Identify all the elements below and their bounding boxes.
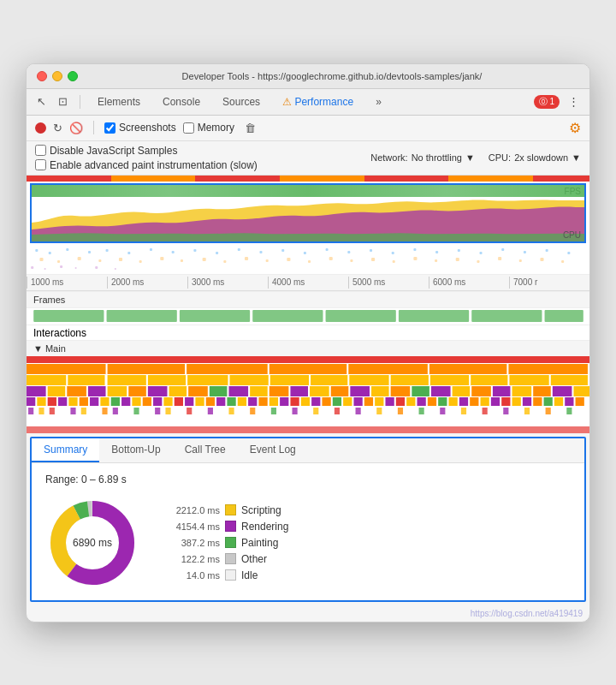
svg-rect-160 bbox=[491, 397, 500, 406]
screenshots-checkbox[interactable] bbox=[104, 122, 116, 134]
svg-rect-44 bbox=[413, 257, 417, 260]
network-dropdown-icon[interactable]: ▼ bbox=[465, 152, 475, 163]
svg-rect-25 bbox=[567, 252, 570, 254]
memory-checkbox-label[interactable]: Memory bbox=[183, 122, 234, 134]
svg-rect-21 bbox=[479, 252, 482, 254]
svg-rect-162 bbox=[512, 397, 521, 406]
svg-rect-94 bbox=[148, 386, 168, 396]
svg-rect-191 bbox=[440, 408, 445, 414]
maximize-button[interactable] bbox=[68, 71, 78, 81]
clear-icon[interactable]: 🚫 bbox=[69, 122, 83, 134]
bottom-panel: Summary Bottom-Up Call Tree Event Log Ra… bbox=[30, 437, 586, 602]
svg-rect-61 bbox=[252, 310, 323, 322]
tab-more[interactable]: » bbox=[367, 92, 390, 111]
screenshots-checkbox-label[interactable]: Screenshots bbox=[104, 122, 176, 134]
frames-label: Frames bbox=[27, 291, 589, 308]
legend: 2212.0 ms Scripting 4154.4 ms Rendering … bbox=[160, 504, 288, 581]
svg-rect-142 bbox=[301, 397, 310, 406]
legend-painting: 387.2 ms Painting bbox=[160, 537, 288, 549]
svg-rect-77 bbox=[148, 375, 186, 385]
settings-gear-icon[interactable]: ⚙ bbox=[569, 120, 581, 136]
tab-sources[interactable]: Sources bbox=[214, 92, 269, 111]
close-button[interactable] bbox=[37, 71, 47, 81]
traffic-lights bbox=[37, 71, 78, 81]
svg-rect-73 bbox=[508, 364, 588, 374]
svg-rect-26 bbox=[39, 258, 43, 261]
flamechart-svg bbox=[27, 356, 589, 433]
more-menu-icon[interactable]: ⋮ bbox=[565, 93, 583, 110]
svg-rect-91 bbox=[88, 386, 106, 396]
svg-rect-116 bbox=[27, 397, 35, 406]
svg-rect-60 bbox=[180, 310, 250, 322]
svg-rect-169 bbox=[28, 408, 33, 414]
title-bar: Developer Tools - https://googlechrome.g… bbox=[27, 64, 589, 89]
range-text: Range: 0 – 6.89 s bbox=[45, 474, 571, 485]
enable-paint-label[interactable]: Enable advanced paint instrumentation (s… bbox=[35, 159, 258, 171]
cursor-icon[interactable]: ↖ bbox=[33, 93, 50, 110]
svg-rect-144 bbox=[322, 397, 330, 406]
svg-rect-193 bbox=[483, 408, 488, 414]
cpu-dropdown-icon[interactable]: ▼ bbox=[572, 152, 581, 163]
network-select[interactable]: Network: No throttling ▼ bbox=[370, 152, 475, 163]
refresh-icon[interactable]: ↻ bbox=[53, 122, 62, 134]
svg-rect-62 bbox=[326, 310, 396, 322]
svg-rect-16 bbox=[370, 249, 372, 252]
svg-rect-19 bbox=[435, 251, 438, 253]
cpu-select[interactable]: CPU: 2x slowdown ▼ bbox=[489, 152, 581, 163]
interactions-label: Interactions bbox=[33, 327, 86, 339]
tab-performance[interactable]: ⚠ Performance bbox=[274, 92, 362, 111]
tab-event-log[interactable]: Event Log bbox=[238, 438, 308, 462]
svg-rect-95 bbox=[169, 386, 187, 396]
svg-rect-99 bbox=[250, 386, 268, 396]
screenshots-svg bbox=[27, 245, 589, 275]
svg-rect-45 bbox=[435, 259, 437, 262]
record-button[interactable] bbox=[35, 122, 46, 134]
svg-rect-98 bbox=[228, 386, 248, 396]
cpu-label-bottom: CPU bbox=[563, 230, 581, 240]
rendering-value: 4154.4 ms bbox=[160, 521, 220, 532]
svg-rect-100 bbox=[270, 386, 289, 396]
svg-rect-106 bbox=[391, 386, 411, 396]
svg-rect-90 bbox=[67, 386, 86, 396]
svg-rect-59 bbox=[107, 310, 177, 322]
svg-rect-195 bbox=[524, 408, 530, 414]
svg-rect-138 bbox=[258, 397, 267, 406]
options-right: Network: No throttling ▼ CPU: 2x slowdow… bbox=[370, 152, 581, 163]
trash-icon[interactable]: 🗑 bbox=[241, 120, 259, 136]
tab-summary[interactable]: Summary bbox=[32, 438, 99, 462]
svg-rect-69 bbox=[187, 364, 268, 374]
svg-rect-49 bbox=[519, 259, 522, 262]
network-label: Network: bbox=[370, 152, 407, 163]
svg-rect-39 bbox=[308, 260, 311, 263]
disable-js-checkbox[interactable] bbox=[35, 145, 46, 156]
svg-rect-57 bbox=[115, 268, 116, 270]
tick-4: 5000 ms bbox=[348, 277, 429, 289]
tab-call-tree[interactable]: Call Tree bbox=[173, 438, 238, 462]
svg-rect-27 bbox=[57, 260, 60, 263]
svg-rect-12 bbox=[281, 249, 284, 252]
svg-rect-34 bbox=[203, 258, 206, 261]
svg-rect-163 bbox=[523, 397, 531, 406]
tab-console[interactable]: Console bbox=[154, 92, 209, 111]
tab-bottom-up[interactable]: Bottom-Up bbox=[99, 438, 172, 462]
svg-rect-189 bbox=[398, 408, 403, 414]
svg-rect-14 bbox=[326, 248, 329, 251]
enable-paint-checkbox[interactable] bbox=[35, 159, 46, 170]
svg-rect-78 bbox=[187, 375, 228, 385]
svg-rect-35 bbox=[223, 260, 226, 263]
dock-icon[interactable]: ⊡ bbox=[55, 93, 71, 110]
tick-0: 1000 ms bbox=[27, 277, 107, 289]
svg-rect-40 bbox=[329, 257, 333, 260]
svg-rect-8 bbox=[193, 249, 196, 252]
svg-rect-171 bbox=[50, 408, 55, 414]
minimize-button[interactable] bbox=[52, 71, 62, 81]
svg-rect-53 bbox=[44, 268, 46, 270]
svg-rect-111 bbox=[493, 386, 511, 396]
memory-checkbox[interactable] bbox=[183, 122, 194, 134]
tab-elements[interactable]: Elements bbox=[89, 92, 149, 111]
svg-rect-158 bbox=[470, 397, 478, 406]
disable-js-label[interactable]: Disable JavaScript Samples bbox=[35, 145, 177, 157]
svg-rect-4 bbox=[106, 249, 109, 252]
painting-label: Painting bbox=[241, 537, 278, 549]
svg-rect-55 bbox=[75, 267, 77, 269]
